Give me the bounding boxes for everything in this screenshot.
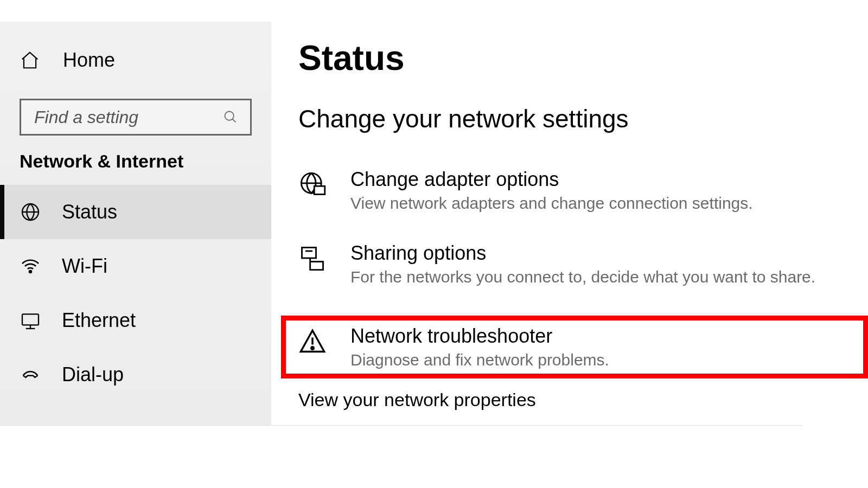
- sidebar-home-label: Home: [63, 49, 115, 72]
- settings-item-troubleshooter[interactable]: Network troubleshooter Diagnose and fix …: [298, 325, 852, 369]
- svg-point-0: [225, 112, 234, 120]
- search-icon: [223, 110, 238, 125]
- ethernet-icon: [20, 310, 46, 331]
- sidebar-item-dialup[interactable]: Dial-up: [0, 348, 271, 402]
- sharing-icon: [298, 242, 331, 272]
- settings-item-title: Change adapter options: [350, 168, 753, 191]
- svg-rect-9: [302, 248, 316, 259]
- settings-item-title: Sharing options: [350, 242, 815, 265]
- settings-item-desc: Diagnose and fix network problems.: [350, 351, 609, 369]
- svg-point-11: [311, 347, 314, 349]
- settings-main-panel: Status Change your network settings Chan…: [298, 22, 868, 426]
- section-title: Change your network settings: [298, 104, 868, 133]
- search-input[interactable]: [33, 107, 207, 128]
- sidebar-item-status[interactable]: Status: [0, 185, 271, 239]
- highlight-annotation: Network troubleshooter Diagnose and fix …: [281, 316, 868, 378]
- sidebar-item-label: Dial-up: [62, 363, 124, 386]
- globe-icon: [20, 201, 46, 223]
- settings-sidebar: Home Network & Internet Status: [0, 22, 271, 426]
- svg-rect-4: [22, 314, 39, 325]
- settings-item-desc: View network adapters and change connect…: [350, 194, 753, 213]
- wifi-icon: [20, 255, 46, 277]
- svg-point-3: [29, 271, 31, 273]
- warning-triangle-icon: [298, 325, 331, 355]
- dialup-icon: [20, 364, 46, 386]
- svg-line-1: [233, 119, 236, 123]
- sidebar-home-button[interactable]: Home: [0, 43, 271, 81]
- view-network-properties-link[interactable]: View your network properties: [298, 389, 868, 410]
- sidebar-item-label: Wi-Fi: [62, 255, 107, 278]
- settings-item-sharing-options[interactable]: Sharing options For the networks you con…: [298, 242, 868, 286]
- settings-item-desc: For the networks you connect to, decide …: [350, 268, 815, 286]
- sidebar-item-label: Ethernet: [62, 309, 136, 332]
- sidebar-item-wifi[interactable]: Wi-Fi: [0, 239, 271, 293]
- page-title: Status: [298, 38, 868, 78]
- sidebar-item-label: Status: [62, 201, 117, 223]
- search-input-container[interactable]: [20, 99, 252, 136]
- sidebar-category-label: Network & Internet: [20, 151, 271, 172]
- sidebar-nav: Status Wi-Fi: [0, 185, 271, 402]
- settings-item-title: Network troubleshooter: [350, 325, 609, 348]
- divider: [0, 425, 803, 426]
- settings-item-adapter-options[interactable]: Change adapter options View network adap…: [298, 168, 868, 213]
- home-icon: [20, 50, 46, 70]
- adapter-icon: [298, 168, 331, 198]
- sidebar-item-ethernet[interactable]: Ethernet: [0, 293, 271, 348]
- svg-rect-8: [314, 186, 325, 194]
